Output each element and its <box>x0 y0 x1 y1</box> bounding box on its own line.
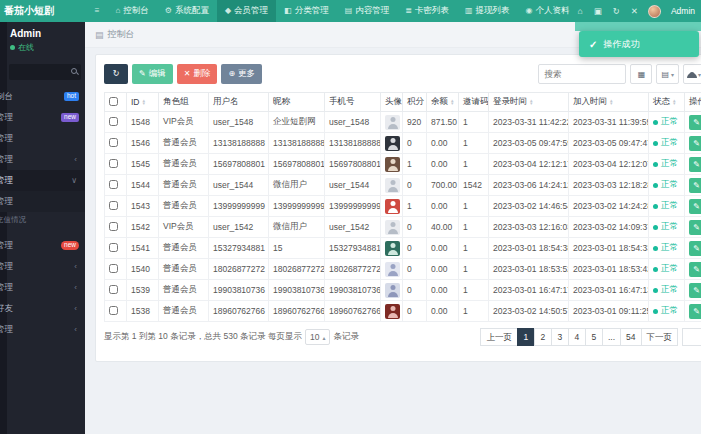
more-button[interactable]: ⊕更多 <box>221 64 262 84</box>
column-header-join_time[interactable]: 加入时间▴▾ <box>569 93 649 112</box>
column-label: ID <box>131 97 140 107</box>
page-prev[interactable]: 上一页 <box>480 328 518 346</box>
page-jump-input[interactable] <box>682 328 701 346</box>
nav-item-分类管理[interactable]: ◧分类管理 <box>276 0 337 22</box>
row-checkbox[interactable] <box>109 159 118 168</box>
user-avatar[interactable] <box>648 5 661 18</box>
navbar-menu: ≡⌂控制台⚙系统配置◆会员管理◧分类管理▤内容管理≣卡密列表▥提现列表◉个人资料 <box>87 0 578 22</box>
nav-item-卡密列表[interactable]: ≣卡密列表 <box>397 0 457 22</box>
sidebar-item[interactable]: 管理new <box>0 235 85 256</box>
home-icon[interactable]: ⌂ <box>577 6 582 16</box>
status-dot-icon <box>653 288 658 293</box>
dashboard-icon: ⌂ <box>115 7 120 15</box>
cell-id: 1541 <box>127 238 159 259</box>
columns-icon: ▤ <box>661 70 669 79</box>
nav-item-会员管理[interactable]: ◆会员管理 <box>217 0 276 22</box>
sidebar-item-label: 好友 <box>0 303 13 315</box>
page-2[interactable]: 2 <box>534 328 552 346</box>
column-header-status[interactable]: 状态▴▾ <box>649 93 685 112</box>
edit-row-button[interactable]: ✎ <box>689 115 701 130</box>
view-toggle-button[interactable]: ▦ <box>630 64 652 84</box>
sidebar-item-label: 管理 <box>0 282 13 294</box>
refresh-button[interactable]: ↻ <box>104 64 128 84</box>
sidebar-item[interactable]: 管理new <box>0 107 85 128</box>
sidebar-item[interactable]: 管理 <box>0 128 85 149</box>
refresh-icon[interactable]: ↻ <box>613 6 620 16</box>
nav-item-个人资料[interactable]: ◉个人资料 <box>518 0 578 22</box>
sidebar-item[interactable]: 管理 <box>0 191 85 212</box>
row-checkbox[interactable] <box>109 285 118 294</box>
select-all-header[interactable] <box>105 93 127 112</box>
cell-join_time: 2023-03-03 12:18:28 <box>569 175 649 196</box>
sidebar-item[interactable]: 管理‹ <box>0 256 85 277</box>
nav-item-系统配置[interactable]: ⚙系统配置 <box>157 0 217 22</box>
page-54[interactable]: 54 <box>620 328 641 346</box>
edit-row-button[interactable]: ✎ <box>689 136 701 151</box>
column-label: 登录时间 <box>493 96 527 108</box>
sidebar-item[interactable]: 好友‹ <box>0 298 85 319</box>
edit-button[interactable]: ✎编辑 <box>132 64 173 84</box>
edit-row-button[interactable]: ✎ <box>689 178 701 193</box>
sidebar-item-label: 制台 <box>0 91 13 103</box>
cell-join_time: 2023-03-31 11:39:59 <box>569 112 649 133</box>
row-checkbox[interactable] <box>109 117 118 126</box>
page-next[interactable]: 下一页 <box>641 328 679 346</box>
cell-phone: 18960762766 <box>325 301 381 322</box>
edit-row-button[interactable]: ✎ <box>689 220 701 235</box>
nav-item-menu[interactable]: ≡ <box>87 0 108 22</box>
sidebar-badge: hot <box>64 92 79 101</box>
row-checkbox[interactable] <box>109 243 118 252</box>
edit-row-button[interactable]: ✎ <box>689 157 701 172</box>
user-name[interactable]: Admin <box>671 6 695 16</box>
sidebar-item[interactable]: 管理‹ <box>0 319 85 340</box>
nav-item-label: 提现列表 <box>476 5 510 17</box>
status-text: 正常 <box>661 158 678 170</box>
cell-points: 0 <box>403 301 427 322</box>
column-header-points[interactable]: 积分▴▾ <box>403 93 427 112</box>
cell-nickname: 18026877272 <box>269 259 325 280</box>
table-search-input[interactable] <box>538 64 626 84</box>
delete-button[interactable]: ✕删除 <box>177 64 218 84</box>
page-4[interactable]: 4 <box>568 328 586 346</box>
row-checkbox[interactable] <box>109 306 118 315</box>
status-text: 正常 <box>661 284 678 296</box>
cell-join_time: 2023-03-05 09:47:47 <box>569 133 649 154</box>
select-all-checkbox[interactable] <box>109 97 118 106</box>
sidebar-item[interactable]: 制台hot <box>0 86 85 107</box>
column-header-login_time[interactable]: 登录时间▴▾ <box>489 93 569 112</box>
row-checkbox[interactable] <box>109 180 118 189</box>
status-text: 正常 <box>661 305 678 317</box>
edit-row-button[interactable]: ✎ <box>689 241 701 256</box>
column-header-id[interactable]: ID▴▾ <box>127 93 159 112</box>
sidebar-item[interactable]: 管理‹ <box>0 149 85 170</box>
edit-row-button[interactable]: ✎ <box>689 262 701 277</box>
page-size-select[interactable]: 10▴ <box>305 329 330 345</box>
window-icon[interactable]: ▣ <box>594 6 602 16</box>
page-5[interactable]: 5 <box>585 328 603 346</box>
columns-button[interactable]: ▤▾ <box>656 64 679 84</box>
edit-row-button[interactable]: ✎ <box>689 283 701 298</box>
row-checkbox[interactable] <box>109 201 118 210</box>
sidebar-user-status: 在线 <box>18 42 34 53</box>
nav-item-内容管理[interactable]: ▤内容管理 <box>337 0 398 22</box>
nav-item-控制台[interactable]: ⌂控制台 <box>107 0 156 22</box>
column-header-invite[interactable]: 邀请码▴▾ <box>459 93 489 112</box>
row-checkbox[interactable] <box>109 264 118 273</box>
page-1[interactable]: 1 <box>517 328 535 346</box>
cell-join_time: 2023-03-04 12:12:07 <box>569 154 649 175</box>
export-button[interactable]: ▾ <box>683 64 701 84</box>
row-checkbox[interactable] <box>109 138 118 147</box>
cell-group: 普通会员 <box>159 259 209 280</box>
page-3[interactable]: 3 <box>551 328 569 346</box>
fullscreen-icon[interactable]: ✕ <box>631 6 638 16</box>
sidebar-item[interactable]: 管理‹ <box>0 277 85 298</box>
row-checkbox[interactable] <box>109 222 118 231</box>
edit-row-button[interactable]: ✎ <box>689 304 701 319</box>
sort-icon: ▴▾ <box>143 99 146 105</box>
cell-balance: 0.00 <box>427 280 459 301</box>
column-header-balance[interactable]: 余额▴▾ <box>427 93 459 112</box>
sidebar-item[interactable]: 充值情况 <box>0 212 85 227</box>
sidebar-item[interactable]: 管理∨ <box>0 170 85 191</box>
edit-row-button[interactable]: ✎ <box>689 199 701 214</box>
nav-item-提现列表[interactable]: ▥提现列表 <box>457 0 518 22</box>
